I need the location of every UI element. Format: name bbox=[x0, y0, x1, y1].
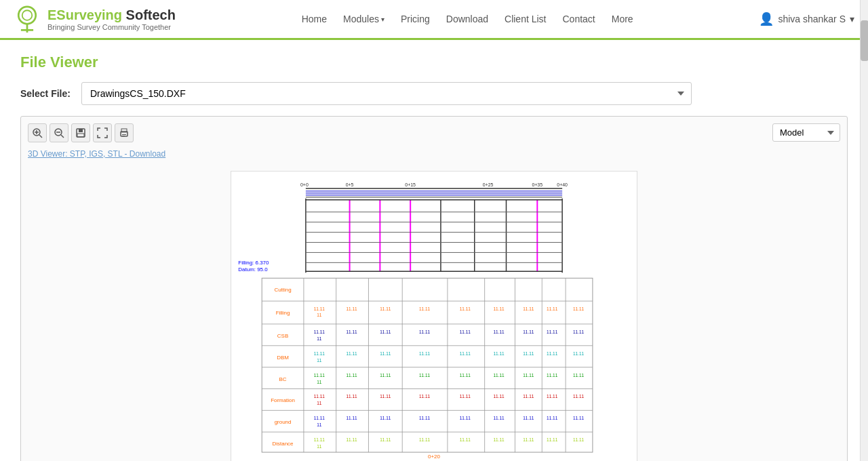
model-select[interactable]: Model bbox=[772, 123, 840, 142]
svg-text:11.11: 11.11 bbox=[460, 394, 471, 399]
svg-text:11: 11 bbox=[317, 336, 322, 341]
svg-text:11.11: 11.11 bbox=[523, 416, 534, 420]
svg-text:0+15: 0+15 bbox=[405, 182, 416, 187]
nav-modules-label: Modules bbox=[343, 14, 379, 24]
svg-text:11: 11 bbox=[317, 444, 322, 449]
save-button[interactable] bbox=[71, 123, 90, 142]
svg-text:11: 11 bbox=[317, 313, 322, 317]
svg-text:DBM: DBM bbox=[277, 355, 289, 361]
nav-contact[interactable]: Contact bbox=[563, 14, 595, 24]
svg-text:11.11: 11.11 bbox=[419, 351, 431, 356]
svg-text:11.11: 11.11 bbox=[547, 306, 558, 311]
svg-text:11.11: 11.11 bbox=[346, 416, 357, 420]
scrollbar[interactable] bbox=[860, 0, 868, 461]
svg-line-9 bbox=[61, 135, 64, 138]
zoom-in-icon bbox=[32, 127, 43, 138]
svg-text:11.11: 11.11 bbox=[419, 394, 431, 399]
svg-text:11.11: 11.11 bbox=[419, 416, 431, 420]
svg-text:11.11: 11.11 bbox=[493, 394, 505, 399]
svg-text:11.11: 11.11 bbox=[314, 394, 326, 399]
svg-text:Filling: 6.370: Filling: 6.370 bbox=[238, 260, 269, 266]
nav-client-list[interactable]: Client List bbox=[505, 14, 546, 24]
svg-text:11.11: 11.11 bbox=[460, 329, 471, 334]
svg-text:11.11: 11.11 bbox=[419, 329, 431, 334]
viewer-3d-link[interactable]: 3D Viewer: STP, IGS, STL - Download bbox=[28, 149, 165, 159]
save-icon bbox=[75, 127, 86, 138]
svg-text:11.11: 11.11 bbox=[573, 416, 585, 420]
svg-text:11.11: 11.11 bbox=[573, 373, 585, 378]
fit-screen-button[interactable] bbox=[93, 123, 112, 142]
svg-rect-16 bbox=[122, 134, 126, 135]
svg-text:11.11: 11.11 bbox=[380, 437, 391, 442]
svg-text:Datum: 95.0: Datum: 95.0 bbox=[238, 266, 268, 273]
nav-more[interactable]: More bbox=[612, 14, 633, 24]
print-icon bbox=[119, 127, 130, 138]
svg-text:11.11: 11.11 bbox=[419, 373, 431, 378]
nav: Home Modules ▾ Pricing Download Client L… bbox=[302, 14, 633, 24]
svg-text:0+40: 0+40 bbox=[557, 182, 568, 187]
model-select-wrap: Model bbox=[772, 123, 840, 142]
svg-text:11.11: 11.11 bbox=[573, 394, 585, 399]
file-select[interactable]: DrawingsCS_150.DXF bbox=[81, 82, 692, 105]
svg-text:11.11: 11.11 bbox=[547, 329, 558, 334]
svg-text:11.11: 11.11 bbox=[380, 306, 391, 311]
svg-text:11.11: 11.11 bbox=[346, 306, 357, 311]
svg-text:11.11: 11.11 bbox=[314, 306, 326, 311]
svg-text:11: 11 bbox=[317, 380, 322, 384]
svg-text:11.11: 11.11 bbox=[573, 306, 585, 311]
header: ESurveying Softech Bringing Survey Commu… bbox=[0, 0, 868, 40]
zoom-in-button[interactable] bbox=[28, 123, 47, 142]
svg-text:11.11: 11.11 bbox=[523, 306, 534, 311]
svg-text:11.11: 11.11 bbox=[523, 373, 534, 378]
svg-text:11.11: 11.11 bbox=[314, 329, 326, 334]
dxf-drawing-area: Filling: 6.370 Datum: 95.0 0+0 0+5 0+15 … bbox=[28, 164, 840, 461]
print-button[interactable] bbox=[115, 123, 134, 142]
svg-text:11: 11 bbox=[317, 358, 322, 363]
svg-text:11.11: 11.11 bbox=[493, 437, 505, 442]
svg-text:11.11: 11.11 bbox=[573, 437, 585, 442]
scrollbar-thumb[interactable] bbox=[861, 20, 868, 61]
svg-text:0+20: 0+20 bbox=[428, 454, 440, 460]
logo-area: ESurveying Softech Bringing Survey Commu… bbox=[14, 5, 176, 33]
select-file-row: Select File: DrawingsCS_150.DXF bbox=[20, 82, 848, 105]
svg-text:BC: BC bbox=[279, 376, 287, 382]
zoom-out-icon bbox=[54, 127, 64, 138]
svg-text:11.11: 11.11 bbox=[380, 351, 391, 356]
page-content: File Viewer Select File: DrawingsCS_150.… bbox=[0, 40, 868, 461]
svg-text:11.11: 11.11 bbox=[547, 394, 558, 399]
svg-rect-12 bbox=[79, 129, 83, 132]
svg-text:0+0: 0+0 bbox=[300, 182, 309, 187]
svg-text:11.11: 11.11 bbox=[380, 394, 391, 399]
svg-text:11.11: 11.11 bbox=[573, 351, 585, 356]
nav-home[interactable]: Home bbox=[302, 14, 327, 24]
svg-text:11.11: 11.11 bbox=[523, 351, 534, 356]
svg-text:11.11: 11.11 bbox=[460, 351, 471, 356]
svg-rect-48 bbox=[262, 278, 593, 452]
logo-text: ESurveying Softech Bringing Survey Commu… bbox=[47, 7, 176, 31]
svg-text:11.11: 11.11 bbox=[346, 329, 357, 334]
svg-text:11.11: 11.11 bbox=[460, 373, 471, 378]
svg-text:0+5: 0+5 bbox=[346, 182, 354, 187]
user-name: shiva shankar S bbox=[778, 14, 846, 24]
svg-point-0 bbox=[18, 7, 35, 24]
fit-icon bbox=[97, 127, 108, 138]
svg-text:11.11: 11.11 bbox=[493, 329, 505, 334]
nav-download[interactable]: Download bbox=[446, 14, 488, 24]
svg-text:11.11: 11.11 bbox=[380, 329, 391, 334]
svg-text:11.11: 11.11 bbox=[523, 329, 534, 334]
svg-text:11.11: 11.11 bbox=[346, 437, 357, 442]
svg-text:11.11: 11.11 bbox=[380, 416, 391, 420]
nav-pricing[interactable]: Pricing bbox=[401, 14, 430, 24]
svg-text:11.11: 11.11 bbox=[346, 351, 357, 356]
svg-text:11.11: 11.11 bbox=[573, 329, 585, 334]
logo-green-part: ESurveying bbox=[47, 7, 122, 22]
svg-text:11.11: 11.11 bbox=[314, 373, 326, 378]
svg-text:ground: ground bbox=[275, 419, 292, 425]
select-file-label: Select File: bbox=[20, 88, 71, 99]
viewer-toolbar bbox=[28, 123, 840, 142]
nav-modules[interactable]: Modules ▾ bbox=[343, 14, 384, 24]
user-icon: 👤 bbox=[759, 12, 774, 26]
user-area[interactable]: 👤 shiva shankar S ▾ bbox=[759, 12, 854, 26]
zoom-out-button[interactable] bbox=[50, 123, 68, 142]
svg-text:Distance: Distance bbox=[273, 441, 294, 447]
